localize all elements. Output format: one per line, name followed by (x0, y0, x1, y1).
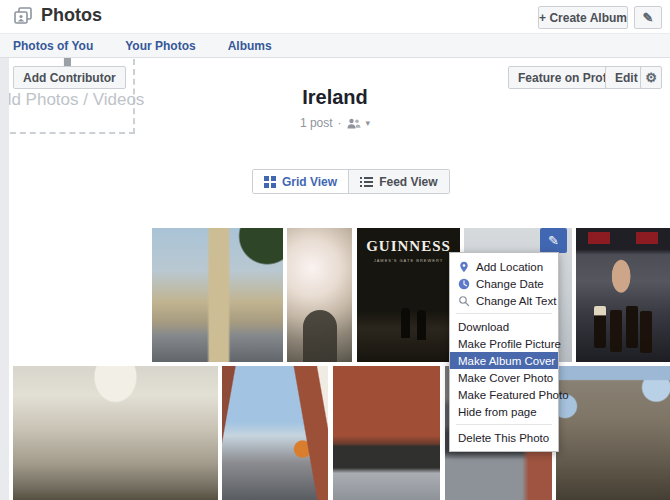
photo-stone-church[interactable] (556, 366, 670, 500)
photo-stack-icon (13, 6, 33, 26)
photo-redbrick-street[interactable] (333, 366, 440, 500)
menu-item-download[interactable]: Download (450, 318, 558, 335)
menu-item-label: Change Alt Text (476, 295, 556, 307)
menu-item-change-date[interactable]: Change Date (450, 275, 558, 292)
guinness-sign-subtext: JAMES'S GATE BREWERY (357, 258, 460, 263)
guinness-sign-text: GUINNESS (357, 238, 460, 255)
photo-street-with-flags[interactable] (222, 366, 328, 500)
photo-edit-button[interactable]: ✎ (540, 228, 567, 253)
photo-guinness-storehouse[interactable]: GUINNESS JAMES'S GATE BREWERY (357, 228, 460, 362)
photo-stone-arch[interactable] (287, 228, 352, 362)
grid-view-button[interactable]: Grid View (253, 170, 349, 193)
gear-icon: ⚙ (645, 70, 657, 85)
menu-divider (456, 313, 552, 314)
photos-page: Photos + Create Album ✎ Photos of You Yo… (0, 0, 670, 500)
grid-view-label: Grid View (282, 175, 337, 189)
menu-item-hide-from-page[interactable]: Hide from page (450, 403, 558, 420)
photo-girl-with-guinness[interactable] (576, 228, 670, 362)
photo-context-menu: Add Location Change Date Change Alt Text… (449, 252, 559, 452)
grid-icon (264, 176, 276, 188)
menu-item-make-profile-picture[interactable]: Make Profile Picture (450, 335, 558, 352)
album-title: Ireland (0, 86, 670, 109)
menu-item-delete-this-photo[interactable]: Delete This Photo (450, 429, 558, 446)
photo-church-street[interactable] (152, 228, 283, 362)
edit-pencil-button[interactable]: ✎ (634, 6, 662, 29)
photo-gaol-interior[interactable] (13, 366, 218, 500)
clock-icon (458, 278, 470, 290)
feed-view-label: Feed View (379, 175, 437, 189)
magnifier-icon (458, 295, 470, 307)
menu-item-add-location[interactable]: Add Location (450, 258, 558, 275)
menu-item-make-cover-photo[interactable]: Make Cover Photo (450, 369, 558, 386)
tab-photos-of-you[interactable]: Photos of You (13, 39, 93, 53)
tab-albums[interactable]: Albums (228, 39, 272, 53)
view-toggle: Grid View Feed View (252, 169, 450, 194)
create-album-button[interactable]: + Create Album (538, 6, 628, 29)
post-count: 1 post (300, 116, 333, 130)
menu-item-change-alt-text[interactable]: Change Alt Text (450, 292, 558, 309)
tab-your-photos[interactable]: Your Photos (125, 39, 195, 53)
menu-item-label: Add Location (476, 261, 543, 273)
location-pin-icon (458, 261, 470, 273)
meta-separator: · (338, 116, 342, 130)
audience-caret-icon[interactable]: ▾ (366, 118, 371, 128)
feed-view-button[interactable]: Feed View (349, 170, 448, 193)
list-icon (360, 176, 373, 188)
page-header: Photos + Create Album ✎ (0, 0, 670, 33)
album-meta: 1 post · ▾ (0, 116, 670, 130)
photos-tab-bar: Photos of You Your Photos Albums (0, 33, 670, 58)
pencil-icon: ✎ (643, 10, 654, 25)
pencil-icon: ✎ (548, 233, 559, 248)
page-title: Photos (41, 5, 102, 26)
photos-header: Photos (13, 5, 102, 26)
menu-divider (456, 424, 552, 425)
audience-friends-icon[interactable] (347, 118, 361, 129)
menu-item-make-featured-photo[interactable]: Make Featured Photo (450, 386, 558, 403)
menu-item-label: Change Date (476, 278, 544, 290)
menu-item-make-album-cover[interactable]: Make Album Cover (450, 352, 558, 369)
